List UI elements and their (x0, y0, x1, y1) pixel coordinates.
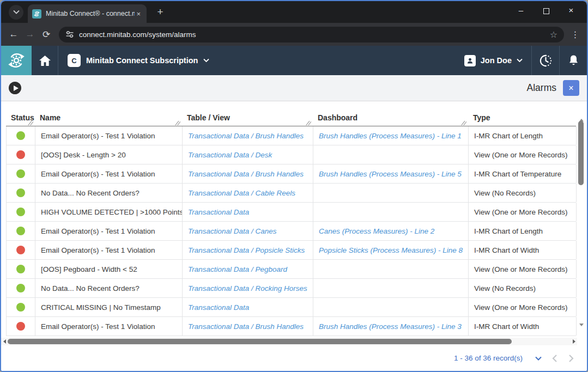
address-bar[interactable]: connect.minitab.com/system/alarms ☆ (59, 27, 564, 42)
status-dot (16, 169, 25, 178)
person-icon (466, 57, 474, 65)
previous-page-button[interactable] (547, 354, 563, 363)
expand-panel-button[interactable] (9, 82, 21, 94)
column-resize-handle[interactable] (306, 121, 311, 125)
row-type: View (One or More Records) (469, 145, 577, 164)
column-resize-handle[interactable] (461, 121, 466, 125)
new-tab-button[interactable]: + (153, 6, 167, 18)
status-cell (7, 298, 35, 316)
row-table-view-link[interactable]: Transactional Data / Desk (183, 145, 313, 164)
row-table-view-link[interactable]: Transactional Data / Brush Handles (183, 126, 313, 145)
scroll-left-icon[interactable] (1, 339, 8, 344)
scroll-down-icon[interactable] (579, 326, 584, 336)
vertical-scrollbar[interactable] (577, 109, 585, 336)
browser-tab[interactable]: Minitab Connect® - connect.mi × (28, 4, 147, 23)
row-table-view-link[interactable]: Transactional Data / Rocking Horses (183, 279, 313, 297)
row-name: CRITICAL MISSING | No Timestamp (35, 298, 183, 316)
window-controls: – × (508, 1, 584, 20)
window-close-button[interactable]: × (559, 1, 584, 20)
user-menu[interactable]: Jon Doe (456, 46, 531, 75)
site-settings-icon[interactable] (65, 30, 74, 39)
table-row[interactable]: [OOS] Pegboard - Width < 52 Transactiona… (7, 260, 576, 279)
row-table-view-link[interactable]: Transactional Data / Popsicle Sticks (183, 241, 313, 259)
row-dashboard-link[interactable]: Brush Handles (Process Measures) - Line … (313, 317, 469, 336)
tab-close-icon[interactable]: × (135, 10, 142, 18)
table-row[interactable]: No Data... No Recent Orders? Transaction… (7, 184, 576, 203)
column-resize-handle[interactable] (175, 121, 180, 125)
row-type: I-MR Chart of Length (469, 126, 577, 145)
scroll-right-icon[interactable] (571, 339, 577, 344)
status-dot (16, 188, 25, 197)
row-dashboard-link[interactable] (313, 145, 469, 164)
panel-close-button[interactable]: × (563, 80, 579, 96)
column-header-dashboard[interactable]: Dashboard (313, 109, 468, 126)
table-row[interactable]: [OOS] Desk - Length > 20 Transactional D… (7, 145, 576, 164)
row-name: [OOS] Desk - Length > 20 (35, 145, 183, 164)
notifications-button[interactable] (560, 46, 587, 75)
column-header-type[interactable]: Type (468, 109, 576, 126)
url-text[interactable]: connect.minitab.com/system/alarms (79, 31, 545, 39)
maximize-icon (543, 8, 549, 14)
table-row[interactable]: Email Operator(s) - Test 1 Violation Tra… (7, 126, 576, 145)
row-table-view-link[interactable]: Transactional Data / Brush Handles (183, 317, 313, 336)
row-table-view-link[interactable]: Transactional Data / Pegboard (183, 260, 313, 278)
minitab-connect-logo[interactable] (1, 46, 32, 75)
table-row[interactable]: Email Operator(s) - Test 1 Violation Tra… (7, 222, 576, 241)
row-name: Email Operator(s) - Test 1 Violation (35, 222, 183, 240)
status-cell (7, 203, 35, 221)
forward-button[interactable]: → (22, 29, 38, 40)
scroll-up-icon[interactable] (579, 109, 584, 119)
row-dashboard-link[interactable] (313, 279, 469, 297)
subscription-selector[interactable]: C Minitab Connect Subscription (58, 46, 219, 75)
row-type: View (One or More Records) (469, 260, 577, 278)
chevron-down-icon (535, 355, 542, 362)
row-name: No Data... No Recent Orders? (35, 279, 183, 297)
column-header-name[interactable]: Name (35, 109, 182, 126)
row-table-view-link[interactable]: Transactional Data / Canes (183, 222, 313, 240)
row-table-view-link[interactable]: Transactional Data (183, 203, 313, 221)
panel-header-bar: Alarms × (1, 75, 587, 101)
page-size-dropdown[interactable] (530, 355, 547, 362)
status-dot (16, 150, 25, 159)
row-table-view-link[interactable]: Transactional Data (183, 298, 313, 316)
minimize-button[interactable]: – (508, 1, 534, 20)
table-row[interactable]: Email Operator(s) - Test 1 Violation Tra… (7, 317, 576, 336)
schedule-button[interactable] (532, 46, 559, 75)
vertical-scroll-track[interactable] (577, 119, 585, 326)
table-row[interactable]: CRITICAL MISSING | No Timestamp Transact… (7, 298, 576, 317)
browser-window: Minitab Connect® - connect.mi × + – × ← … (0, 0, 588, 372)
row-table-view-link[interactable]: Transactional Data / Cable Reels (183, 184, 313, 202)
row-dashboard-link[interactable] (313, 184, 469, 202)
horizontal-scrollbar[interactable] (1, 338, 577, 345)
horizontal-scroll-thumb[interactable] (8, 339, 512, 344)
panel-title: Alarms (527, 82, 556, 94)
row-table-view-link[interactable]: Transactional Data / Brush Handles (183, 164, 313, 183)
next-page-button[interactable] (563, 354, 579, 363)
row-dashboard-link[interactable] (313, 203, 469, 221)
vertical-scroll-thumb[interactable] (578, 121, 584, 185)
browser-menu-icon[interactable]: ⋮ (568, 29, 583, 40)
row-dashboard-link[interactable]: Popsicle Sticks (Process Measures) - Lin… (313, 241, 469, 259)
row-dashboard-link[interactable]: Brush Handles (Process Measures) - Line … (313, 126, 469, 145)
row-dashboard-link[interactable]: Brush Handles (Process Measures) - Line … (313, 164, 469, 183)
maximize-button[interactable] (534, 1, 559, 20)
row-dashboard-link[interactable] (313, 298, 469, 316)
column-resize-handle[interactable] (28, 121, 33, 125)
table-row[interactable]: No Data... No Recent Orders? Transaction… (7, 279, 576, 298)
home-button[interactable] (32, 46, 58, 75)
bookmark-star-icon[interactable]: ☆ (550, 29, 557, 40)
tab-search-button[interactable] (9, 5, 23, 20)
row-dashboard-link[interactable] (313, 260, 469, 278)
status-dot (16, 265, 25, 273)
column-header-status[interactable]: Status (6, 109, 35, 126)
column-header-table-view[interactable]: Table / View (182, 109, 313, 126)
table-row[interactable]: HIGH VOLUME DETECTED | >1000 Points Tran… (7, 203, 576, 222)
table-row[interactable]: Email Operator(s) - Test 1 Violation Tra… (7, 241, 576, 260)
horizontal-scroll-track[interactable] (8, 338, 571, 345)
row-name: Email Operator(s) - Test 1 Violation (35, 317, 183, 336)
table-header-row: Status Name Table / View Dashboard Type (6, 109, 576, 126)
row-dashboard-link[interactable]: Canes (Process Measures) - Line 2 (313, 222, 469, 240)
table-row[interactable]: Email Operator(s) - Test 1 Violation Tra… (7, 164, 576, 184)
back-button[interactable]: ← (5, 29, 22, 40)
reload-button[interactable]: ⟳ (38, 29, 54, 40)
